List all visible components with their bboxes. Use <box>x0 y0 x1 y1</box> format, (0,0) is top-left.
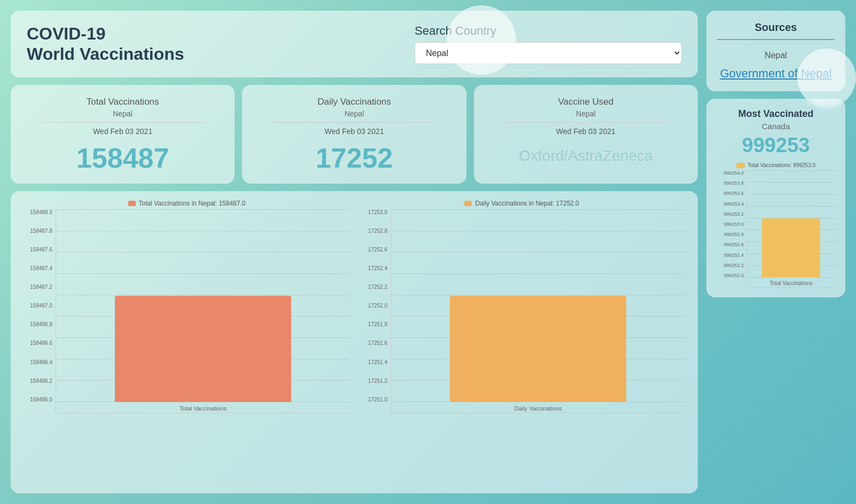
sources-title: Sources <box>717 21 835 40</box>
most-vacc-title: Most Vaccinated <box>716 108 836 120</box>
header-card: COVID-19 World Vaccinations Search Count… <box>11 11 698 77</box>
app-title: COVID-19 World Vaccinations <box>27 23 184 65</box>
vaccine-country: Nepal <box>485 109 687 118</box>
stats-row: Total Vaccinations Nepal Wed Feb 03 2021… <box>11 85 698 184</box>
vaccine-used-card: Vaccine Used Nepal Wed Feb 03 2021 Oxfor… <box>474 85 698 184</box>
daily-legend-text: Daily Vaccinations in Nepal: 17252.0 <box>475 200 579 207</box>
daily-bar-container: Daily Vaccinations <box>391 209 685 413</box>
circle-decoration <box>447 5 516 75</box>
daily-y-axis: 17253.0 17252.8 17252.6 17252.4 17252.2 … <box>359 209 391 413</box>
total-vacc-value: 158487 <box>21 142 224 174</box>
mv-y-axis: 999254.0 999253.8 999253.6 999253.4 9992… <box>716 170 746 288</box>
daily-vacc-date: Wed Feb 03 2021 <box>253 127 455 136</box>
daily-bar <box>450 296 626 402</box>
most-vacc-value: 999253 <box>716 134 836 157</box>
charts-wrapper: Total Vaccinations in Nepal: 158487.0 15… <box>19 200 689 413</box>
total-vaccinations-card: Total Vaccinations Nepal Wed Feb 03 2021… <box>11 85 235 184</box>
total-legend-dot <box>128 201 136 206</box>
total-vacc-date: Wed Feb 03 2021 <box>21 127 224 136</box>
mv-legend: Total Vaccinations: 999253.0 <box>716 162 836 168</box>
total-vacc-country: Nepal <box>21 109 224 118</box>
daily-vacc-title: Daily Vaccinations <box>253 97 455 107</box>
mv-bar-label: Total Vaccinations <box>746 280 836 286</box>
mv-bar <box>762 218 820 278</box>
total-chart: Total Vaccinations in Nepal: 158487.0 15… <box>19 200 354 413</box>
daily-vaccinations-card: Daily Vaccinations Nepal Wed Feb 03 2021… <box>242 85 466 184</box>
total-chart-area: 158488.0 158487.8 158487.6 158487.4 1584… <box>24 209 350 413</box>
daily-legend-dot <box>464 201 472 206</box>
daily-chart-legend: Daily Vaccinations in Nepal: 17252.0 <box>359 200 685 207</box>
vaccine-date: Wed Feb 03 2021 <box>485 127 687 136</box>
total-legend-text: Total Vaccinations in Nepal: 158487.0 <box>139 200 246 207</box>
main-panel: COVID-19 World Vaccinations Search Count… <box>11 11 698 493</box>
most-vacc-country: Canada <box>716 122 836 131</box>
mv-legend-dot <box>736 163 745 168</box>
daily-vacc-value: 17252 <box>253 142 455 174</box>
daily-vacc-country: Nepal <box>253 109 455 118</box>
right-panel: Sources Nepal Government of Nepal Most V… <box>706 11 845 493</box>
vaccine-title: Vaccine Used <box>485 97 687 107</box>
charts-card: Total Vaccinations in Nepal: 158487.0 15… <box>11 191 698 493</box>
total-chart-legend: Total Vaccinations in Nepal: 158487.0 <box>24 200 350 207</box>
daily-chart: Daily Vaccinations in Nepal: 17252.0 172… <box>354 200 689 413</box>
mv-chart: 999254.0 999253.8 999253.6 999253.4 9992… <box>716 170 836 288</box>
sources-card: Sources Nepal Government of Nepal <box>706 11 845 91</box>
total-y-axis: 158488.0 158487.8 158487.6 158487.4 1584… <box>24 209 56 413</box>
total-vacc-title: Total Vaccinations <box>21 97 224 107</box>
mv-bar-area: Total Vaccinations <box>746 170 836 288</box>
vaccine-value: Oxford/AstraZeneca <box>485 142 687 170</box>
most-vaccinated-card: Most Vaccinated Canada 999253 Total Vacc… <box>706 99 845 297</box>
total-bar-container: Total Vaccinations <box>56 209 350 413</box>
total-bar <box>115 296 291 402</box>
daily-bar-label: Daily Vaccinations <box>391 405 685 412</box>
mv-legend-text: Total Vaccinations: 999253.0 <box>748 162 815 168</box>
daily-chart-area: 17253.0 17252.8 17252.6 17252.4 17252.2 … <box>359 209 685 413</box>
total-bar-label: Total Vaccinations <box>56 405 350 412</box>
